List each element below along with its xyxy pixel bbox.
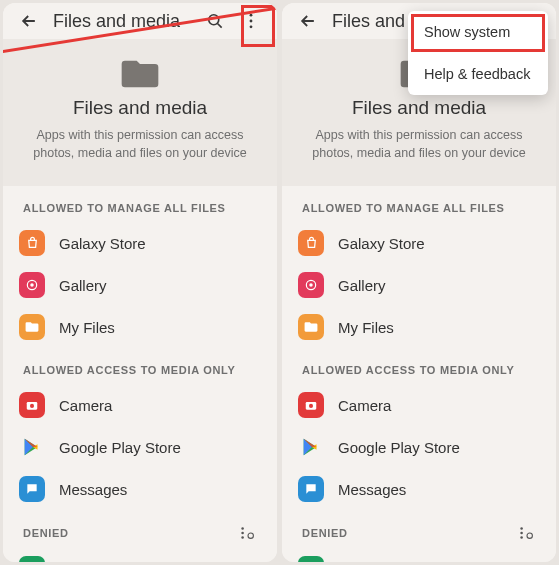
- app-name: Galaxy Store: [338, 235, 425, 252]
- app-name: Messages: [338, 481, 406, 498]
- overflow-menu: Show system Help & feedback: [408, 11, 548, 95]
- app-row-gallery[interactable]: Gallery: [3, 264, 277, 306]
- app-row-my-files[interactable]: My Files: [282, 306, 556, 348]
- svg-point-1: [250, 14, 253, 17]
- svg-point-13: [309, 283, 313, 287]
- section-denied: DENIED: [302, 527, 348, 539]
- sort-icon: [239, 526, 257, 540]
- app-icon-gallery: [19, 272, 45, 298]
- app-icon-calendar: 16: [19, 556, 45, 562]
- app-icon-camera: [298, 392, 324, 418]
- app-row-my-files[interactable]: My Files: [3, 306, 277, 348]
- app-name: Messages: [59, 481, 127, 498]
- svg-point-3: [250, 25, 253, 28]
- hero-title: Files and media: [306, 97, 532, 119]
- app-name: Calendar: [59, 561, 120, 563]
- section-denied: DENIED: [23, 527, 69, 539]
- app-icon-gallery: [298, 272, 324, 298]
- app-icon-galaxy-store: [298, 230, 324, 256]
- svg-point-18: [520, 536, 523, 539]
- svg-point-2: [250, 20, 253, 23]
- svg-point-15: [309, 404, 313, 408]
- svg-point-7: [30, 404, 34, 408]
- section-manage-all: ALLOWED TO MANAGE ALL FILES: [3, 186, 277, 222]
- phone-right: Files and media Show system Help & feedb…: [282, 3, 556, 562]
- section-manage-all: ALLOWED TO MANAGE ALL FILES: [282, 186, 556, 222]
- svg-point-19: [527, 533, 532, 538]
- app-icon-calendar: 16: [298, 556, 324, 562]
- app-row-galaxy-store[interactable]: Galaxy Store: [282, 222, 556, 264]
- app-name: Calendar: [338, 561, 399, 563]
- sort-button[interactable]: [518, 526, 536, 540]
- menu-help-feedback[interactable]: Help & feedback: [408, 53, 548, 95]
- app-row-messages[interactable]: Messages: [282, 468, 556, 510]
- svg-point-10: [241, 536, 244, 539]
- app-name: Camera: [59, 397, 112, 414]
- hero-title: Files and media: [27, 97, 253, 119]
- app-row-gallery[interactable]: Gallery: [282, 264, 556, 306]
- svg-point-0: [209, 15, 219, 25]
- back-button[interactable]: [11, 3, 47, 39]
- hero-description: Apps with this permission can access pho…: [27, 127, 253, 162]
- back-button[interactable]: [290, 3, 326, 39]
- section-denied-row: DENIED: [3, 510, 277, 548]
- app-row-messages[interactable]: Messages: [3, 468, 277, 510]
- folder-icon: [120, 57, 160, 91]
- app-row-calendar[interactable]: 16 Calendar: [3, 548, 277, 562]
- sort-icon: [518, 526, 536, 540]
- app-icon-camera: [19, 392, 45, 418]
- menu-show-system[interactable]: Show system: [408, 11, 548, 53]
- app-name: Google Play Store: [59, 439, 181, 456]
- app-icon-galaxy-store: [19, 230, 45, 256]
- app-row-galaxy-store[interactable]: Galaxy Store: [3, 222, 277, 264]
- overflow-button[interactable]: [233, 3, 269, 39]
- search-button[interactable]: [197, 3, 233, 39]
- svg-point-5: [30, 283, 34, 287]
- section-media-only: ALLOWED ACCESS TO MEDIA ONLY: [3, 348, 277, 384]
- search-icon: [205, 11, 225, 31]
- section-denied-row: DENIED: [282, 510, 556, 548]
- svg-point-9: [241, 532, 244, 535]
- toolbar: Files and media: [3, 3, 277, 39]
- app-name: Galaxy Store: [59, 235, 146, 252]
- svg-point-17: [520, 532, 523, 535]
- app-name: Gallery: [338, 277, 386, 294]
- app-icon-play-store: [19, 434, 45, 460]
- hero-section: Files and media Apps with this permissio…: [3, 39, 277, 186]
- svg-point-8: [241, 527, 244, 530]
- app-icon-my-files: [298, 314, 324, 340]
- app-row-camera[interactable]: Camera: [282, 384, 556, 426]
- app-name: Google Play Store: [338, 439, 460, 456]
- app-row-play-store[interactable]: Google Play Store: [3, 426, 277, 468]
- sort-button[interactable]: [239, 526, 257, 540]
- svg-point-16: [520, 527, 523, 530]
- app-row-calendar[interactable]: 16 Calendar: [282, 548, 556, 562]
- app-row-play-store[interactable]: Google Play Store: [282, 426, 556, 468]
- section-media-only: ALLOWED ACCESS TO MEDIA ONLY: [282, 348, 556, 384]
- svg-point-11: [248, 533, 253, 538]
- app-row-camera[interactable]: Camera: [3, 384, 277, 426]
- phone-left: Files and media Files and media Apps wit…: [3, 3, 277, 562]
- arrow-back-icon: [298, 11, 318, 31]
- arrow-back-icon: [19, 11, 39, 31]
- app-icon-my-files: [19, 314, 45, 340]
- app-icon-play-store: [298, 434, 324, 460]
- more-vert-icon: [241, 11, 261, 31]
- app-name: Camera: [338, 397, 391, 414]
- hero-description: Apps with this permission can access pho…: [306, 127, 532, 162]
- app-icon-messages: [19, 476, 45, 502]
- app-name: My Files: [338, 319, 394, 336]
- app-name: My Files: [59, 319, 115, 336]
- app-icon-messages: [298, 476, 324, 502]
- toolbar-title: Files and media: [47, 11, 197, 32]
- app-name: Gallery: [59, 277, 107, 294]
